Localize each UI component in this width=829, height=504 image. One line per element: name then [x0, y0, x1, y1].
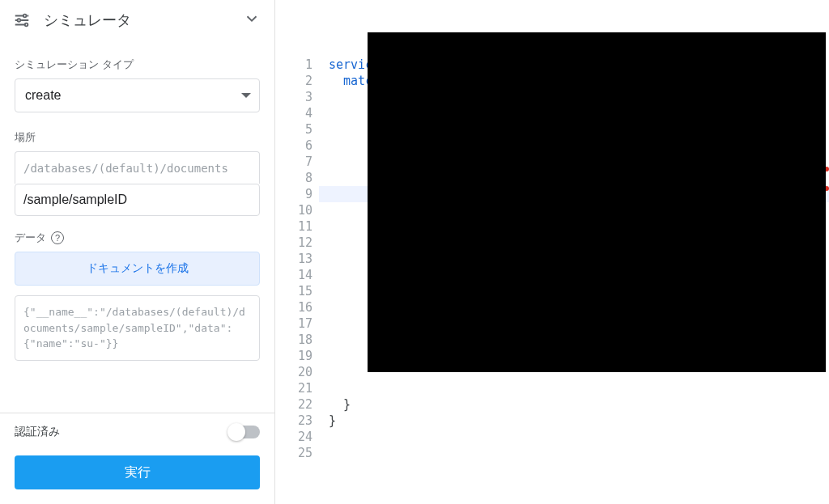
line-gutter: 1234567891011121314151617181920212223242… — [275, 0, 319, 504]
simulator-header[interactable]: シミュレータ — [0, 0, 274, 41]
redacted-overlay — [368, 32, 826, 372]
code-area[interactable]: service cloud.firestore { match /databas… — [319, 0, 829, 504]
svg-point-0 — [23, 15, 27, 18]
sim-type-value: create — [25, 88, 61, 103]
chevron-down-icon[interactable] — [242, 10, 261, 31]
data-label: データ ? — [15, 231, 260, 245]
create-document-button[interactable]: ドキュメントを作成 — [15, 252, 260, 286]
help-icon[interactable]: ? — [51, 231, 64, 244]
sim-type-label: シミュレーション タイプ — [15, 57, 260, 72]
location-prefix: /databases/(default)/documents — [15, 151, 260, 184]
data-json-preview[interactable]: {"__name__":"/databases/(default)/docume… — [15, 295, 260, 361]
sim-type-select[interactable]: create — [15, 78, 260, 112]
simulator-title: シミュレータ — [44, 11, 131, 30]
auth-row: 認証済み — [0, 413, 274, 451]
auth-label: 認証済み — [15, 425, 60, 439]
dropdown-icon — [241, 93, 251, 98]
location-input[interactable]: /sample/sampleID — [15, 184, 260, 216]
tune-icon — [11, 10, 32, 31]
svg-point-1 — [18, 19, 21, 22]
auth-toggle[interactable] — [229, 426, 260, 438]
location-value: /sample/sampleID — [23, 193, 127, 207]
rules-editor[interactable]: 1234567891011121314151617181920212223242… — [275, 0, 829, 504]
location-label: 場所 — [15, 130, 260, 145]
svg-point-2 — [25, 23, 28, 27]
simulator-panel: シミュレータ シミュレーション タイプ create 場所 /databases… — [0, 0, 275, 504]
run-button[interactable]: 実行 — [15, 455, 260, 489]
